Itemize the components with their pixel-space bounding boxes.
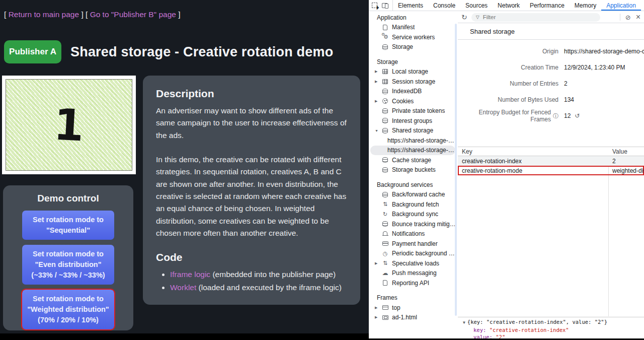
publisher-b-link[interactable]: Go to "Publisher B" page [90,10,176,19]
tab-elements[interactable]: Elements [393,0,428,11]
sidebar-item-back-forward-cache[interactable]: Back/forward cache [369,190,457,200]
filter-box[interactable]: ▽ [471,13,600,22]
sidebar-item-reporting-api[interactable]: Reporting API [369,278,457,288]
sidebar-item-private-state-tokens[interactable]: Private state tokens [369,106,457,116]
publisher-demo-page: [ Return to main page ] [ Go to "Publish… [0,0,369,333]
frame-icon [381,305,389,310]
sidebar-item-storage-buckets[interactable]: Storage buckets [369,165,457,175]
column-header-value[interactable]: Value [608,148,644,155]
meta-row-bytes-used: Number of Bytes Used 134 [458,92,644,108]
file-icon [381,25,389,30]
tab-performance[interactable]: Performance [525,0,570,11]
sidebar-scrollbar[interactable] [455,24,457,316]
sidebar-item-local-storage[interactable]: ▶Local storage [369,67,457,77]
demo-control-title: Demo control [3,193,133,204]
clock-icon: ◷ [381,251,389,256]
sidebar-item-bounce-tracking[interactable]: Bounce tracking mitiga… [369,219,457,229]
sidebar-item-shared-storage-origin-1[interactable]: https://shared-storage-d… [369,135,457,146]
section-label: Storage [377,58,398,65]
tab-console[interactable]: Console [428,0,460,11]
chevron-right-icon[interactable]: ▶ [374,99,381,103]
column-divider[interactable] [608,156,609,316]
tab-sources[interactable]: Sources [460,0,493,11]
section-label: Background services [377,181,433,188]
sidebar-item-indexeddb[interactable]: IndexedDB [369,87,457,97]
table-row[interactable]: creative-rotation-mode weighted-dist [458,166,644,175]
meta-label: Origin [458,48,558,55]
filter-input[interactable] [482,14,596,21]
chevron-right-icon[interactable]: ▶ [374,306,381,310]
chevron-right-icon[interactable]: ▶ [374,261,381,265]
chevron-right-icon[interactable]: ▶ [374,80,381,84]
preview-summary-line[interactable]: ▼{key: "creative-rotation-index", value:… [463,318,644,326]
chevron-down-icon[interactable]: ▼ [463,320,465,325]
table-icon [381,79,389,84]
chevron-down-icon[interactable]: ▼ [374,129,381,132]
device-toolbar-icon[interactable] [382,3,388,8]
cell-value: weighted-dist [608,167,644,174]
preview-key-value: "creative-rotation-index" [490,327,569,333]
table-row[interactable]: creative-rotation-index 2 [458,156,644,166]
sidebar-item-background-sync[interactable]: ↻Background sync [369,210,457,220]
sidebar-item-storage[interactable]: Storage [369,42,457,52]
info-icon[interactable]: ⓘ [553,112,558,120]
sidebar-item-service-workers[interactable]: ⚙⚙Service workers [369,32,457,42]
sidebar-item-frame-ad1[interactable]: ▶ad-1.html [369,313,457,323]
close-icon[interactable]: × [636,13,640,21]
sidebar-item-periodic-background-sync[interactable]: ◷Periodic background s… [369,249,457,259]
refresh-icon[interactable]: ↻ [461,14,467,21]
tab-network[interactable]: Network [493,0,525,11]
sidebar-item-session-storage[interactable]: ▶Session storage [369,77,457,87]
rotation-weighted-button[interactable]: Set rotation mode to "Weighted distribut… [22,290,114,329]
devtools-tabbar: Elements Console Sources Network Perform… [369,0,644,11]
tab-memory[interactable]: Memory [570,0,601,11]
preview-entry: key: "creative-rotation-index" [463,326,644,333]
panel-toolbar: ↻ ▽ ⊘ × [458,12,644,23]
sidebar-item-cache-storage[interactable]: Cache storage [369,155,457,165]
section-label: Frames [377,294,397,301]
sidebar-item-speculative-loads[interactable]: ▶⇅Speculative loads [369,258,457,268]
rotation-sequential-button[interactable]: Set rotation mode to "Sequential" [22,211,114,240]
reset-budget-icon[interactable]: ↺ [575,112,580,119]
table-header-row[interactable]: Key Value [458,147,644,156]
inspect-element-icon[interactable] [372,3,377,8]
clear-block-icon[interactable]: ⊘ [625,14,631,21]
preview-key-name: key: [473,327,486,333]
item-label: Private state tokens [392,107,445,114]
sidebar-item-frame-top[interactable]: ▶top [369,303,457,313]
application-sidebar: Application Manifest ⚙⚙Service workers S… [369,12,457,338]
bracket: [ [4,10,9,19]
section-label: Application [377,14,407,21]
chevron-right-icon[interactable]: ▶ [374,315,381,319]
sidebar-item-notifications[interactable]: Notifications [369,229,457,239]
sidebar-item-shared-storage[interactable]: ▼Shared storage [369,126,457,136]
button-line: (~33% / ~33% / ~33%) [31,271,105,279]
bracket: ] [ [79,10,90,19]
item-label: Service workers [392,34,435,41]
sidebar-item-background-fetch[interactable]: ⇅Background fetch [369,199,457,210]
iframe-logic-link[interactable]: Iframe logic [170,270,210,279]
database-icon [381,167,389,173]
meta-value: 12/9/2024, 1:23:40 PM [564,64,625,71]
cell-key: creative-rotation-mode [458,167,608,174]
cloud-icon: ☁ [381,270,389,276]
sidebar-item-manifest[interactable]: Manifest [369,23,457,33]
sidebar-item-payment-handler[interactable]: Payment handler [369,239,457,249]
rotation-even-button[interactable]: Set rotation mode to "Even distribution"… [22,245,114,285]
chevron-right-icon[interactable]: ▶ [374,70,381,74]
worklet-link[interactable]: Worklet [170,283,196,292]
button-line: Set rotation mode to [33,250,104,258]
button-line: "Weighted distribution" [27,305,109,313]
sidebar-item-cookies[interactable]: ▶Cookies [369,96,457,106]
preview-value-value: "2" [496,334,505,338]
sidebar-item-shared-storage-origin-2[interactable]: https://shared-storage-d… [370,146,455,156]
sidebar-item-push-messaging[interactable]: ☁Push messaging [369,268,457,279]
preview-entry: value: "2" [463,333,644,338]
button-line: Set rotation mode to [33,216,104,224]
sidebar-item-interest-groups[interactable]: Interest groups [369,116,457,126]
return-main-link[interactable]: Return to main page [9,10,79,19]
column-header-key[interactable]: Key [458,148,608,155]
item-label: https://shared-storage-d… [387,137,457,144]
item-label: Speculative loads [392,260,439,267]
tab-application[interactable]: Application [601,0,641,11]
